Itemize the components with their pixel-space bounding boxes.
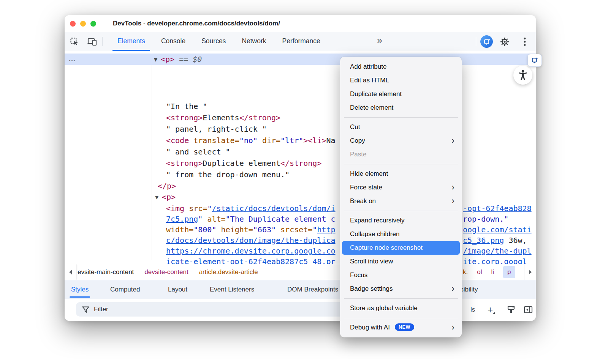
accessibility-helper-badge[interactable] [513, 66, 532, 85]
zoom-window-button[interactable] [90, 21, 96, 27]
breadcrumb-bar: evsite-main-contentdevsite-contentarticl… [65, 264, 536, 280]
code-attribute: height= [216, 225, 253, 234]
dom-tree-line[interactable]: <code translate="no" dir="ltr"><li>Na [166, 135, 336, 146]
menu-item-label: Expand recursively [350, 217, 405, 224]
device-toolbar-icon[interactable] [87, 37, 97, 47]
dom-tree-line[interactable]: https://chrome.devsite.corp.google.co [166, 245, 336, 257]
menu-item-debug-with-ai[interactable]: Debug with AINEW› [342, 321, 460, 334]
menu-item-copy[interactable]: Copy› [342, 134, 460, 148]
dom-row-selected[interactable]: … ▼<p> == $0 [65, 54, 536, 65]
minimize-window-button[interactable] [80, 21, 86, 27]
code-link[interactable]: c5_36.png [463, 236, 504, 245]
code-text: Elements [203, 113, 239, 122]
code-tag: <code [166, 136, 189, 145]
dom-tree-line[interactable]: /image/the-dupl [463, 245, 532, 257]
code-tag: <img [166, 204, 184, 213]
dom-tree-line[interactable]: c5_36.png 36w, [463, 235, 527, 246]
menu-item-duplicate-element[interactable]: Duplicate element [342, 87, 460, 101]
code-link[interactable]: http [317, 225, 335, 234]
dom-tree-line[interactable]: "In the " [166, 101, 207, 112]
code-value: " [207, 204, 212, 213]
breadcrumb-item[interactable]: li [491, 268, 494, 276]
code-link[interactable]: c/docs/devtools/dom/image/the-duplica [166, 236, 336, 245]
menu-item-label: Scroll into view [350, 258, 393, 265]
dom-tree-line[interactable]: oogle.com/stati [463, 224, 532, 235]
device-toolbar-icon [87, 37, 97, 46]
ai-assistant-button[interactable] [480, 35, 493, 48]
settings-gear-icon[interactable] [500, 37, 510, 47]
breadcrumb-item[interactable]: k. [463, 268, 468, 276]
dom-tree-line[interactable]: " from the drop-down menu." [166, 169, 290, 180]
code-link[interactable]: oogle.com/stati [463, 225, 532, 234]
menu-item-label: Focus [350, 271, 367, 279]
code-link[interactable]: /static/docs/devtools/dom/i [212, 204, 335, 213]
cls-toggle-fragment[interactable]: ls [470, 299, 475, 321]
tab-network[interactable]: Network [234, 32, 274, 51]
breadcrumb-item[interactable]: evsite-main-content [78, 268, 134, 276]
panel-tab-event-listeners[interactable]: Event Listeners [210, 280, 254, 299]
panel-tab-computed[interactable]: Computed [110, 280, 140, 299]
code-link[interactable]: https://chrome.devsite.corp.google.co [166, 246, 336, 255]
toggle-sidebar-button[interactable] [522, 304, 534, 315]
breadcrumb-item[interactable]: ol [477, 268, 482, 276]
dom-tree-line[interactable]: 7c5.png" alt="The Duplicate element c [166, 213, 336, 225]
menu-item-label: Capture node screenshot [350, 244, 423, 251]
tab-console[interactable]: Console [153, 32, 193, 51]
code-tag: <p> [161, 55, 174, 64]
dom-tree-line[interactable]: width="800" height="663" srcset="http [166, 224, 336, 235]
menu-item-hide-element[interactable]: Hide element [342, 167, 460, 181]
code-value: "663" [253, 225, 276, 234]
tab-sources[interactable]: Sources [193, 32, 234, 51]
element-picker-overlay-button[interactable] [527, 54, 542, 67]
panel-tab-styles[interactable]: Styles [71, 280, 89, 299]
equals-sign: == [174, 55, 193, 64]
more-options-kebab-icon[interactable] [520, 37, 530, 47]
menu-item-capture-node-screenshot[interactable]: Capture node screenshot [342, 241, 460, 255]
menu-item-edit-as-html[interactable]: Edit as HTML [342, 74, 460, 87]
rendering-brush-button[interactable] [505, 304, 517, 315]
dom-tree-line[interactable]: <strong>Elements</strong> [166, 112, 280, 123]
breadcrumb: k.ollip [463, 264, 515, 280]
menu-item-expand-recursively[interactable]: Expand recursively [342, 214, 460, 227]
code-value: "The Duplicate element c [226, 214, 336, 224]
close-window-button[interactable] [70, 21, 76, 27]
code-link[interactable]: /image/the-dupl [463, 246, 532, 255]
dom-tree-line[interactable]: " panel, right-click " [166, 123, 267, 135]
menu-item-break-on[interactable]: Break on› [342, 194, 460, 208]
tab-elements[interactable]: Elements [109, 32, 153, 51]
dom-tree-line[interactable]: <strong>Duplicate element</strong> [166, 158, 321, 169]
inspect-element-icon[interactable] [70, 37, 79, 47]
dom-tree-line[interactable]: </p> [158, 180, 176, 192]
tab-performance[interactable]: Performance [274, 32, 328, 51]
breadcrumb: evsite-main-contentdevsite-contentarticl… [78, 264, 258, 280]
menu-item-cut[interactable]: Cut [342, 120, 460, 134]
sidebar-panel-tabs: StylesComputedLayoutEvent ListenersDOM B… [65, 280, 536, 299]
breadcrumb-item[interactable]: p [503, 266, 515, 278]
menu-item-scroll-into-view[interactable]: Scroll into view [342, 255, 460, 268]
menu-item-delete-element[interactable]: Delete element [342, 101, 460, 115]
menu-item-add-attribute[interactable]: Add attribute [342, 60, 460, 74]
dom-tree-line[interactable]: <img src="/static/docs/devtools/dom/i [166, 203, 336, 214]
more-tabs-icon[interactable]: » [377, 35, 382, 46]
dom-tree-line[interactable]: ▼<p> [155, 191, 176, 203]
menu-item-focus[interactable]: Focus [342, 268, 460, 282]
menu-item-badge-settings[interactable]: Badge settings› [342, 282, 460, 296]
breadcrumb-scroll-left-button[interactable] [65, 264, 76, 280]
dom-tree-line[interactable]: c/docs/devtools/dom/image/the-duplica [166, 235, 336, 246]
dom-tree-line[interactable]: " and select " [166, 146, 230, 158]
new-style-rule-button[interactable]: + [484, 304, 496, 315]
breadcrumb-scroll-right-button[interactable] [524, 264, 536, 280]
breadcrumb-item[interactable]: article.devsite-article [199, 268, 258, 276]
menu-item-collapse-children[interactable]: Collapse children [342, 227, 460, 241]
panel-tab-layout[interactable]: Layout [168, 280, 187, 299]
breadcrumb-item[interactable]: devsite-content [144, 268, 188, 276]
code-link[interactable]: -opt-62f4eab828 [463, 204, 532, 213]
node-ellipsis[interactable]: … [68, 54, 76, 64]
menu-item-store-as-global-variable[interactable]: Store as global variable [342, 301, 460, 315]
dom-tree-line[interactable]: -opt-62f4eab828 [463, 203, 532, 214]
dom-tree-line[interactable]: rop-down." [463, 213, 508, 225]
code-link[interactable]: 7c5.png [166, 214, 198, 224]
panel-tab-dom-breakpoints[interactable]: DOM Breakpoints [287, 280, 338, 299]
menu-item-force-state[interactable]: Force state› [342, 181, 460, 194]
expand-arrow-icon[interactable]: ▼ [154, 54, 161, 65]
